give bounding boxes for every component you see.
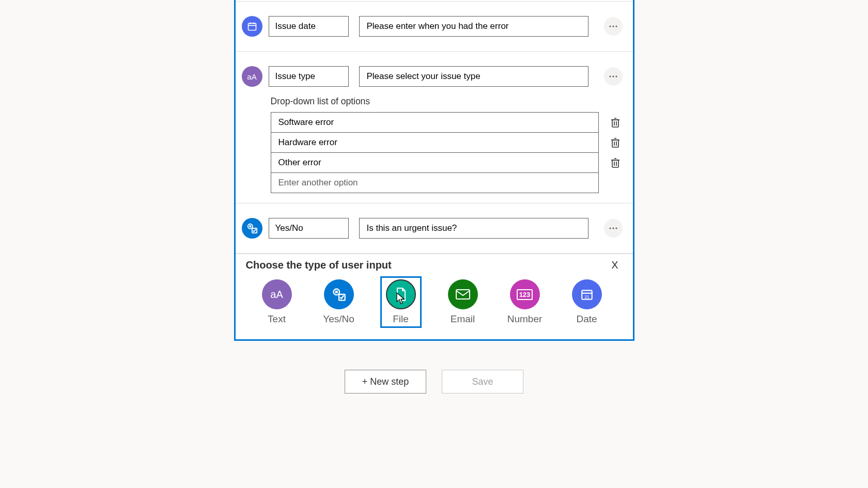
input-type-label: Text xyxy=(268,313,286,325)
flow-trigger-card: aA Drop-down list of options xyxy=(234,0,634,341)
input-type-label: Date xyxy=(576,313,597,325)
input-type-text[interactable]: aA Text xyxy=(256,276,298,328)
input-prompt-dropdown[interactable] xyxy=(359,66,588,87)
input-type-chooser: Choose the type of user input X aA Text … xyxy=(236,254,633,339)
input-type-label: File xyxy=(393,313,409,325)
svg-point-9 xyxy=(615,75,617,77)
svg-rect-36 xyxy=(456,290,470,299)
input-name-date[interactable] xyxy=(269,16,349,37)
svg-point-30 xyxy=(612,227,614,229)
dropdown-option-input[interactable] xyxy=(271,132,599,153)
number-icon: 123 xyxy=(510,279,540,309)
svg-point-29 xyxy=(609,227,611,229)
input-type-label: Email xyxy=(451,313,475,325)
file-icon xyxy=(386,279,416,309)
input-prompt-date[interactable] xyxy=(359,16,588,37)
more-button-yesno[interactable] xyxy=(604,219,623,238)
yesno-icon xyxy=(242,218,262,239)
yesno-icon xyxy=(324,279,354,309)
svg-rect-15 xyxy=(612,140,618,147)
input-section-yesno xyxy=(236,203,633,254)
text-icon: aA xyxy=(262,279,292,309)
input-prompt-yesno[interactable] xyxy=(359,218,588,239)
calendar-icon xyxy=(242,16,262,37)
input-type-number[interactable]: 123 Number xyxy=(504,276,546,328)
trash-icon[interactable] xyxy=(608,155,623,170)
dropdown-option-input[interactable] xyxy=(271,112,599,133)
chooser-heading: Choose the type of user input xyxy=(246,259,392,271)
input-type-date[interactable]: 21 Date xyxy=(566,276,608,328)
svg-rect-0 xyxy=(248,23,256,30)
new-step-button[interactable]: + New step xyxy=(345,370,426,393)
input-type-label: Number xyxy=(507,313,542,325)
svg-rect-20 xyxy=(612,160,618,167)
svg-rect-10 xyxy=(612,120,618,127)
footer-actions: + New step Save xyxy=(345,370,523,393)
text-icon: aA xyxy=(242,66,262,87)
svg-point-8 xyxy=(612,75,614,77)
svg-point-31 xyxy=(615,227,617,229)
input-section-date xyxy=(236,1,633,52)
svg-point-7 xyxy=(609,75,611,77)
trash-icon[interactable] xyxy=(608,115,623,130)
input-name-yesno[interactable] xyxy=(269,218,349,239)
email-icon xyxy=(448,279,478,309)
more-button-date[interactable] xyxy=(604,17,623,36)
close-icon[interactable]: X xyxy=(607,259,622,271)
more-button-dropdown[interactable] xyxy=(604,67,623,86)
svg-point-5 xyxy=(612,25,614,27)
input-type-yesno[interactable]: Yes/No xyxy=(318,276,360,328)
svg-point-4 xyxy=(609,25,611,27)
input-type-file[interactable]: File xyxy=(380,276,422,328)
dropdown-option-add-input[interactable] xyxy=(271,172,599,193)
input-type-email[interactable]: Email xyxy=(442,276,484,328)
input-name-dropdown[interactable] xyxy=(269,66,349,87)
save-button[interactable]: Save xyxy=(442,370,523,393)
svg-point-6 xyxy=(615,25,617,27)
svg-text:21: 21 xyxy=(584,294,590,300)
input-section-dropdown: aA Drop-down list of options xyxy=(236,52,633,203)
dropdown-option-input[interactable] xyxy=(271,152,599,173)
trash-icon[interactable] xyxy=(608,135,623,150)
dropdown-options-label: Drop-down list of options xyxy=(271,96,623,107)
input-type-label: Yes/No xyxy=(323,313,354,325)
calendar-icon: 21 xyxy=(572,279,602,309)
